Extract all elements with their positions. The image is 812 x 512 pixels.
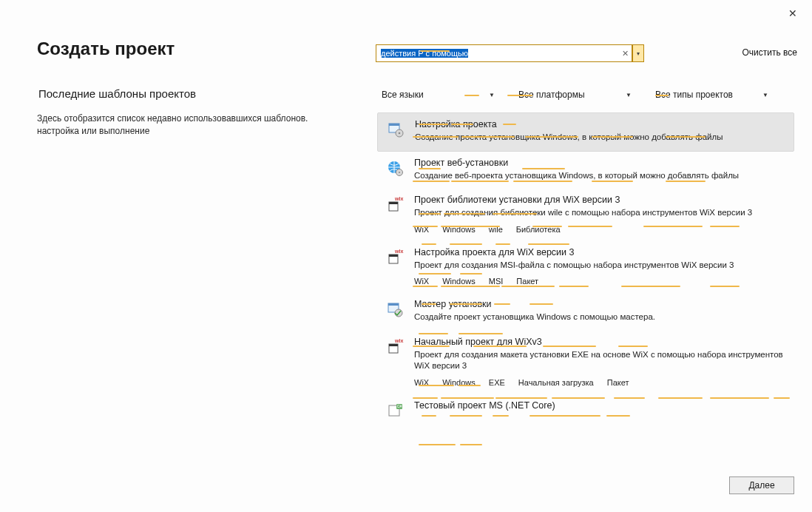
search-input[interactable]: [376, 49, 618, 58]
match-highlight: [419, 444, 456, 445]
wizard-icon: [385, 299, 405, 323]
new-project-dialog: ✕ Создать проект Последние шаблоны проек…: [0, 0, 812, 512]
template-tag: Пакет: [607, 378, 629, 387]
match-highlight: [643, 226, 703, 227]
clear-search-icon[interactable]: ✕: [618, 49, 632, 58]
next-button[interactable]: Далее: [729, 476, 794, 494]
match-highlight: [422, 415, 436, 417]
svg-point-3: [399, 132, 401, 135]
match-highlight: [441, 286, 500, 287]
match-highlight: [464, 95, 479, 96]
match-highlight: [592, 181, 633, 182]
match-highlight: [606, 415, 630, 417]
match-highlight: [528, 243, 569, 245]
project-type-filter[interactable]: Все типы проектов ▼: [651, 85, 773, 104]
language-filter-label: Все языки: [382, 90, 424, 100]
template-tag: MSI: [489, 277, 504, 286]
recent-templates-heading: Последние шаблоны проектов: [38, 87, 196, 100]
svg-text:wix: wix: [394, 196, 403, 201]
template-item[interactable]: Мастер установки Создайте проект установ…: [377, 293, 794, 331]
search-dropdown-button[interactable]: ▾: [632, 44, 644, 62]
template-tags: WiXWindowsMSIПакет: [414, 277, 787, 286]
chevron-down-icon: ▼: [762, 92, 768, 98]
template-desc: Проект для создания макета установки EXE…: [414, 349, 787, 372]
language-filter[interactable]: Все языки ▼: [377, 85, 499, 104]
match-highlight: [543, 346, 596, 347]
match-highlight: [568, 226, 612, 227]
search-box[interactable]: ✕: [376, 44, 632, 62]
match-highlight: [413, 397, 438, 399]
match-highlight: [473, 346, 527, 347]
match-highlight: [559, 286, 589, 287]
template-title: Проект библиотеки установки для WiX верс…: [414, 195, 787, 205]
chevron-down-icon: ▼: [489, 92, 495, 98]
match-highlight: [503, 124, 516, 125]
match-highlight: [419, 213, 441, 215]
svg-point-6: [399, 172, 400, 173]
template-desc: Создайте проект установщика Windows с по…: [414, 311, 787, 323]
match-highlight: [532, 226, 562, 227]
svg-rect-8: [389, 202, 398, 204]
match-highlight: [444, 213, 485, 215]
match-highlight: [422, 303, 436, 305]
template-item[interactable]: wix Проект библиотеки установки для WiX …: [377, 189, 794, 241]
match-highlight: [460, 273, 482, 274]
svg-text:wix: wix: [394, 338, 403, 343]
match-highlight: [450, 243, 482, 245]
page-title: Создать проект: [37, 38, 175, 59]
match-highlight: [460, 444, 482, 445]
match-highlight: [419, 168, 441, 169]
template-tag: Пакет: [516, 277, 538, 286]
template-title: Начальный проект для WiXv3: [414, 337, 787, 347]
match-highlight: [501, 286, 555, 287]
match-highlight: [530, 303, 553, 305]
installer-icon: [385, 119, 406, 144]
match-highlight: [441, 226, 500, 227]
match-highlight: [710, 286, 740, 287]
template-desc: Создание веб-проекта установщика Windows…: [414, 170, 787, 182]
wix-icon: wix: [385, 337, 405, 387]
match-highlight: [614, 397, 645, 399]
template-body: Проект веб-установки Создание веб-проект…: [414, 158, 787, 182]
match-highlight: [422, 243, 436, 245]
match-highlight: [413, 181, 450, 182]
match-highlight: [493, 415, 509, 417]
match-highlight: [658, 397, 703, 399]
match-highlight: [459, 385, 481, 386]
match-highlight: [621, 286, 680, 287]
svg-rect-1: [389, 124, 399, 126]
svg-rect-11: [389, 255, 398, 257]
match-highlight: [774, 397, 790, 399]
template-title: Настройка проекта для WiX версии 3: [414, 247, 787, 257]
template-body: Начальный проект для WiXv3 Проект для со…: [414, 337, 787, 387]
template-item[interactable]: Настройка проекта Создание проекта устан…: [377, 112, 794, 152]
match-highlight: [507, 95, 532, 96]
match-highlight: [413, 226, 438, 227]
match-highlight: [618, 346, 648, 347]
match-highlight: [493, 213, 537, 215]
match-highlight: [710, 226, 740, 227]
mstest-icon: C#: [385, 400, 405, 420]
svg-text:C#: C#: [397, 404, 402, 408]
close-icon[interactable]: ✕: [788, 7, 797, 19]
match-highlight: [494, 303, 510, 305]
template-body: Настройка проекта для WiX версии 3 Проек…: [414, 247, 787, 286]
match-highlight: [513, 181, 572, 182]
clear-all-link[interactable]: Очистить все: [742, 47, 797, 58]
template-title: Проект веб-установки: [414, 158, 787, 168]
match-highlight: [413, 286, 438, 287]
match-highlight: [525, 136, 578, 138]
svg-rect-17: [389, 344, 398, 346]
match-highlight: [413, 136, 459, 138]
match-highlight: [710, 397, 769, 399]
match-highlight: [592, 136, 633, 138]
template-tag: WiX: [414, 277, 429, 286]
template-desc: Проект для создания MSI-файла с помощью …: [414, 260, 787, 272]
svg-rect-14: [388, 303, 399, 306]
match-highlight: [419, 333, 448, 334]
globe-icon: [385, 158, 405, 182]
template-item[interactable]: Проект веб-установки Создание веб-проект…: [377, 152, 794, 189]
wix-icon: wix: [385, 247, 405, 286]
match-highlight: [451, 124, 473, 125]
template-item[interactable]: C# Тестовый проект MS (.NET Core): [377, 394, 794, 427]
